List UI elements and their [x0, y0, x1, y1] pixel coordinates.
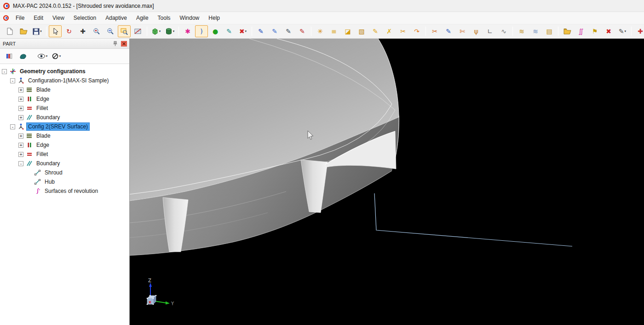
tree-expander-collapse-icon[interactable]: - — [10, 124, 15, 129]
blade-flip-icon[interactable]: ↷ — [410, 25, 423, 37]
tree-expander-expand-icon[interactable]: + — [18, 143, 23, 148]
remove-point-icon[interactable]: ✎ — [296, 25, 309, 37]
curve-arc-icon[interactable]: ) — [195, 25, 208, 37]
tree-expander-collapse-icon[interactable]: - — [10, 78, 15, 83]
tree-item-geometry-configurations[interactable]: -Geometry configurations — [0, 67, 129, 76]
tree-expander-expand-icon[interactable]: + — [18, 152, 23, 157]
show-entities-dropdown-icon[interactable]: ▾ — [46, 54, 48, 58]
save-icon[interactable]: ▾ — [31, 25, 44, 37]
extend-curve-icon[interactable]: ✎ — [442, 25, 455, 37]
tree-expander-collapse-icon[interactable]: - — [2, 69, 7, 74]
tree-expander-expand-icon[interactable]: + — [18, 87, 23, 93]
move-point-icon[interactable]: ✎ — [268, 25, 281, 37]
tree-label[interactable]: Hub — [43, 178, 57, 186]
pan-view-icon[interactable]: ✚ — [76, 25, 89, 37]
tree-expander-expand-icon[interactable]: + — [18, 133, 23, 139]
delete-mode-dropdown-icon[interactable]: ▾ — [245, 29, 247, 33]
open-file-icon[interactable] — [17, 25, 30, 37]
corner-tool-icon[interactable]: ∟ — [483, 25, 496, 37]
point-create-icon[interactable]: ✱ — [181, 25, 194, 37]
shaded-view-dropdown-icon[interactable]: ▾ — [159, 29, 161, 33]
menu-help[interactable]: Help — [204, 13, 224, 23]
match-curve-icon[interactable]: ∿ — [497, 25, 510, 37]
menu-edit[interactable]: Edit — [29, 13, 48, 23]
tree-expander-expand-icon[interactable]: + — [18, 106, 23, 111]
slope-edit-icon[interactable]: ✎ — [223, 25, 236, 37]
tree-label[interactable]: Boundary — [34, 113, 62, 122]
tree-expander-collapse-icon[interactable]: - — [18, 161, 23, 166]
delete-entity-icon[interactable]: ✖ — [602, 25, 615, 37]
tree-item-fillet[interactable]: +Fillet — [0, 104, 129, 113]
tree-item-boundary[interactable]: -Boundary — [0, 159, 129, 168]
annotate-dropdown-icon[interactable]: ▾ — [625, 29, 627, 33]
hide-entities-dropdown-icon[interactable]: ▾ — [59, 54, 61, 58]
tree-label[interactable]: Edge — [34, 141, 51, 149]
tree-label[interactable]: Edge — [34, 95, 51, 103]
zoom-in-icon[interactable] — [90, 25, 103, 37]
title-bar[interactable]: MAX-PAC 2024.0.0.152 - [Shrouded srev av… — [0, 0, 644, 12]
split-curve-icon[interactable]: ✄ — [456, 25, 469, 37]
viewport-3d[interactable]: Z Y x — [130, 39, 644, 325]
snap-point-icon[interactable]: ✚ — [634, 25, 644, 37]
tree-item-edge[interactable]: +Edge — [0, 94, 129, 104]
zoom-previous-icon[interactable] — [104, 25, 117, 37]
menu-window[interactable]: Window — [175, 13, 204, 23]
display-mode-icon[interactable]: ▾ — [163, 25, 176, 37]
tree-expander-expand-icon[interactable]: + — [18, 115, 23, 120]
rotate-view-icon[interactable]: ↻ — [63, 25, 75, 37]
tree-label[interactable]: Configuration-1(MAX-SI Sample) — [26, 76, 110, 85]
tree-item-config-2-srev-surface[interactable]: -Config 2(SREV Surface) — [0, 122, 129, 131]
tree-item-boundary[interactable]: +Boundary — [0, 113, 129, 122]
merge-point-icon[interactable]: ✎ — [282, 25, 295, 37]
point-direction-icon[interactable]: ● — [209, 25, 222, 37]
tree-item-hub[interactable]: Hub — [0, 177, 129, 186]
tree-label[interactable]: Fillet — [34, 150, 50, 158]
tree-item-fillet[interactable]: +Fillet — [0, 150, 129, 159]
iso-curves-icon[interactable]: ∬ — [575, 25, 587, 37]
annotate-icon[interactable]: ✎▾ — [616, 25, 629, 37]
blade-fan-icon[interactable]: ✳ — [314, 25, 327, 37]
menu-agile[interactable]: Agile — [132, 13, 153, 23]
tree-label[interactable]: Surfaces of revolution — [43, 187, 100, 195]
tree-label[interactable]: Blade — [34, 86, 52, 94]
tree-item-blade[interactable]: +Blade — [0, 131, 129, 140]
menu-file[interactable]: File — [11, 13, 29, 23]
tree-label[interactable]: Blade — [34, 132, 52, 140]
insert-point-icon[interactable]: ✎ — [254, 25, 267, 37]
shaded-display-icon[interactable] — [17, 50, 29, 63]
delete-mode-icon[interactable]: ✖▾ — [236, 25, 249, 37]
tree-item-surfaces-of-revolution[interactable]: Surfaces of revolution — [0, 186, 129, 196]
tree-label[interactable]: Fillet — [34, 104, 50, 112]
blade-box-icon[interactable]: ▧ — [355, 25, 368, 37]
tree-label[interactable]: Boundary — [34, 159, 62, 168]
select-cursor-icon[interactable] — [49, 25, 62, 37]
trim-curve-icon[interactable]: ✂ — [428, 25, 441, 37]
hide-entities-icon[interactable]: ▾ — [50, 50, 63, 63]
tree-label[interactable]: Shroud — [43, 168, 64, 177]
menu-selection[interactable]: Selection — [69, 13, 101, 23]
zoom-window-icon[interactable] — [118, 25, 131, 37]
save-dropdown-icon[interactable]: ▾ — [40, 29, 42, 33]
tree-label[interactable]: Config 2(SREV Surface) — [26, 122, 90, 131]
import-geometry-icon[interactable] — [561, 25, 574, 37]
tree-item-shroud[interactable]: Shroud — [0, 168, 129, 177]
tree-item-configuration-1-max-si-sample[interactable]: -Configuration-1(MAX-SI Sample) — [0, 76, 129, 85]
show-entities-icon[interactable]: ▾ — [36, 50, 49, 63]
blade-comb-icon[interactable]: ≡ — [328, 25, 340, 37]
project-curve-icon[interactable]: ψ — [470, 25, 483, 37]
pin-panel-icon[interactable] — [112, 41, 119, 47]
blade-trim-icon[interactable]: ✂ — [397, 25, 409, 37]
surface-sheets-icon[interactable]: ▤ — [543, 25, 556, 37]
blade-tag-icon[interactable]: ◪ — [341, 25, 354, 37]
menu-tools[interactable]: Tools — [153, 13, 175, 23]
tree-item-blade[interactable]: +Blade — [0, 85, 129, 94]
menu-adaptive[interactable]: Adaptive — [101, 13, 132, 23]
section-view-icon[interactable] — [132, 25, 144, 37]
new-document-icon[interactable] — [3, 25, 16, 37]
close-panel-icon[interactable] — [121, 41, 127, 47]
tree-expander-expand-icon[interactable]: + — [18, 97, 23, 102]
shaded-view-icon[interactable]: ▾ — [150, 25, 162, 37]
surface-layers-icon[interactable]: ≋ — [515, 25, 528, 37]
blade-brush-icon[interactable]: ✎ — [369, 25, 382, 37]
flag-tool-icon[interactable]: ⚑ — [588, 25, 601, 37]
